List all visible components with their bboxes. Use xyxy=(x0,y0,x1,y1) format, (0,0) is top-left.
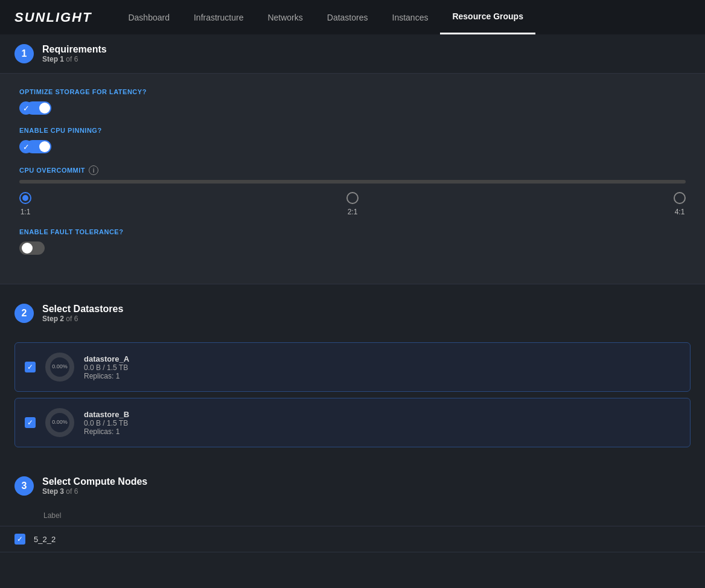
cpu-pinning-check-icon: ✓ xyxy=(19,140,33,153)
step-3-subtitle: Step 3 of 6 xyxy=(42,487,147,496)
radio-4-1-outer xyxy=(674,192,686,204)
step-2-badge: 2 xyxy=(14,304,34,323)
nav-infrastructure[interactable]: Infrastructure xyxy=(182,0,255,34)
requirements-card: OPTIMIZE STORAGE FOR LATENCY? ✓ ENABLE C… xyxy=(0,73,705,284)
datastore-b-donut: 0.00% xyxy=(44,407,75,438)
step-1-badge: 1 xyxy=(14,44,34,63)
radio-2-1-outer xyxy=(346,192,359,204)
datastore-a-info: datastore_A 0.0 B / 1.5 TB Replicas: 1 xyxy=(84,354,129,380)
radio-4-1-label: 4:1 xyxy=(675,208,685,216)
radio-2-1-label: 2:1 xyxy=(348,208,358,216)
nav-instances[interactable]: Instances xyxy=(380,0,441,34)
cpu-overcommit-option-4-1[interactable]: 4:1 xyxy=(674,192,686,216)
svg-text:0.00%: 0.00% xyxy=(52,419,68,425)
datastore-card-a[interactable]: ✓ 0.00% datastore_A 0.0 B / 1.5 TB Repli… xyxy=(14,342,691,392)
spacer-2-3 xyxy=(0,457,705,467)
datastore-a-replicas: Replicas: 1 xyxy=(84,372,129,380)
datastore-b-replicas: Replicas: 1 xyxy=(84,427,129,436)
nav-dashboard[interactable]: Dashboard xyxy=(116,0,182,34)
step-1-header: 1 Requirements Step 1 of 6 xyxy=(0,34,705,73)
optimize-storage-label: OPTIMIZE STORAGE FOR LATENCY? xyxy=(19,88,686,95)
datastore-b-size: 0.0 B / 1.5 TB xyxy=(84,419,129,427)
radio-1-1-label: 1:1 xyxy=(21,208,31,216)
radio-1-1-inner xyxy=(22,195,28,201)
step-3-badge: 3 xyxy=(14,476,34,496)
cpu-pinning-toggle[interactable]: ✓ xyxy=(19,140,51,153)
cpu-pinning-toggle-row: ✓ xyxy=(19,140,686,153)
cpu-overcommit-slider[interactable] xyxy=(19,180,686,184)
step-1-title: Requirements xyxy=(42,44,107,55)
fault-tolerance-track xyxy=(19,241,45,255)
svg-text:0.00%: 0.00% xyxy=(52,363,68,369)
cpu-overcommit-options: 1:1 2:1 4:1 xyxy=(19,192,686,216)
radio-1-1-outer xyxy=(19,192,31,204)
step-3-header: 3 Select Compute Nodes Step 3 of 6 xyxy=(0,467,705,505)
datastore-a-donut: 0.00% xyxy=(44,351,75,383)
slider-track xyxy=(19,180,686,184)
datastore-a-size: 0.0 B / 1.5 TB xyxy=(84,363,129,372)
cpu-overcommit-label: CPU OVERCOMMIT xyxy=(19,167,85,174)
optimize-storage-toggle[interactable]: ✓ xyxy=(19,101,51,115)
fault-tolerance-knob xyxy=(22,243,33,254)
cpu-overcommit-option-1-1[interactable]: 1:1 xyxy=(19,192,31,216)
optimize-storage-check-icon: ✓ xyxy=(19,101,33,115)
logo: SUNLIGHT xyxy=(14,10,92,25)
nav-networks[interactable]: Networks xyxy=(255,0,314,34)
fault-tolerance-toggle-row xyxy=(19,241,686,255)
nav-items: Dashboard Infrastructure Networks Datast… xyxy=(116,0,691,34)
datastore-card-b[interactable]: ✓ 0.00% datastore_B 0.0 B / 1.5 TB Repli… xyxy=(14,398,691,447)
spacer-1-2 xyxy=(0,284,705,294)
datastore-a-name: datastore_A xyxy=(84,354,129,363)
datastore-a-checkbox[interactable]: ✓ xyxy=(25,362,36,372)
step-2-title: Select Datastores xyxy=(42,304,123,315)
navbar: SUNLIGHT Dashboard Infrastructure Networ… xyxy=(0,0,705,34)
nav-datastores[interactable]: Datastores xyxy=(315,0,380,34)
fault-tolerance-toggle[interactable] xyxy=(19,241,45,255)
datastores-list: ✓ 0.00% datastore_A 0.0 B / 1.5 TB Repli… xyxy=(0,333,705,457)
step-3-title: Select Compute Nodes xyxy=(42,476,147,487)
datastore-b-checkbox[interactable]: ✓ xyxy=(25,417,36,428)
cpu-pinning-knob xyxy=(39,141,50,152)
compute-node-name-0: 5_2_2 xyxy=(34,535,56,544)
optimize-storage-knob xyxy=(39,103,50,113)
cpu-overcommit-section: CPU OVERCOMMIT i 1:1 2:1 4:1 xyxy=(19,165,686,216)
datastore-b-name: datastore_B xyxy=(84,410,129,419)
step-2-subtitle: Step 2 of 6 xyxy=(42,315,123,323)
cpu-overcommit-option-2-1[interactable]: 2:1 xyxy=(346,192,359,216)
compute-table-row-0[interactable]: ✓ 5_2_2 xyxy=(0,526,705,552)
fault-tolerance-label: ENABLE FAULT TOLERANCE? xyxy=(19,228,686,235)
step-1-subtitle: Step 1 of 6 xyxy=(42,55,107,63)
optimize-storage-toggle-row: ✓ xyxy=(19,101,686,115)
compute-table-header: Label xyxy=(0,505,705,526)
compute-nodes-section: Label ✓ 5_2_2 xyxy=(0,505,705,552)
compute-node-checkbox-0[interactable]: ✓ xyxy=(14,534,25,545)
step-2-header: 2 Select Datastores Step 2 of 6 xyxy=(0,294,705,333)
cpu-overcommit-info-icon[interactable]: i xyxy=(89,165,98,175)
datastore-b-info: datastore_B 0.0 B / 1.5 TB Replicas: 1 xyxy=(84,410,129,436)
compute-col-label: Label xyxy=(14,511,691,520)
cpu-pinning-label: ENABLE CPU PINNING? xyxy=(19,127,686,134)
nav-resource-groups[interactable]: Resource Groups xyxy=(440,0,535,34)
